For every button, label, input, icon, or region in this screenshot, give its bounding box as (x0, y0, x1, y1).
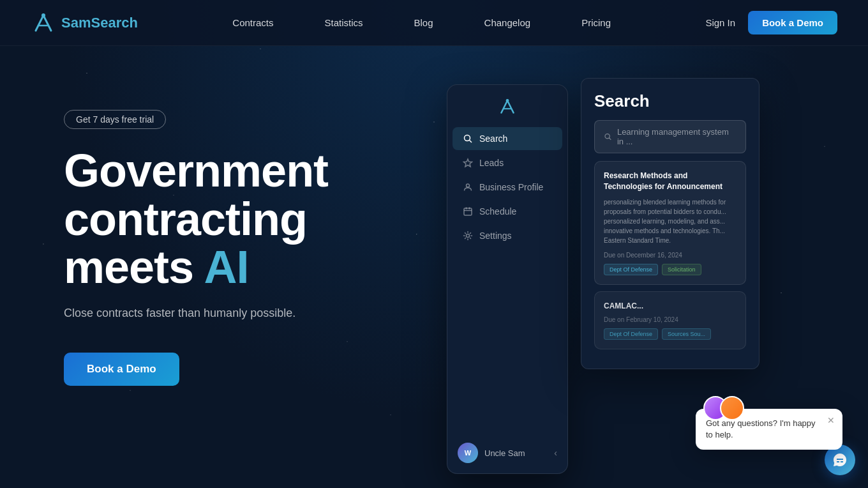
sidebar-item-leads[interactable]: Leads (453, 151, 562, 174)
sidebar-user: W Uncle Sam ‹ (447, 443, 567, 463)
signin-button[interactable]: Sign In (705, 17, 735, 28)
logo-text: SamSearch (61, 15, 138, 31)
nav-item-contracts[interactable]: Contracts (232, 17, 273, 28)
trial-badge: Get 7 days free trial (64, 110, 166, 129)
search-input-bar[interactable]: Learning management system in ... (594, 120, 746, 153)
contract-card-2[interactable]: CAMLAC... Due on February 10, 2024 Dept … (594, 291, 746, 350)
nav-item-blog[interactable]: Blog (414, 17, 433, 28)
nav-item-pricing[interactable]: Pricing (581, 17, 611, 28)
chat-avatar-2 (720, 396, 744, 420)
card-1-due: Due on December 16, 2024 (604, 252, 737, 259)
hero-section: Get 7 days free trial Government contrac… (64, 84, 396, 386)
sidebar-item-business-profile[interactable]: Business Profile (453, 176, 562, 199)
svg-point-10 (467, 234, 470, 238)
main-content: Get 7 days free trial Government contrac… (0, 46, 868, 488)
search-panel-title: Search (594, 91, 746, 111)
svg-point-11 (605, 134, 610, 139)
collapse-icon[interactable]: ‹ (554, 448, 557, 458)
sidebar-mockup: Search Leads Business Profile (447, 84, 568, 474)
sidebar-item-settings[interactable]: Settings (453, 224, 562, 247)
card-2-due: Due on February 10, 2024 (604, 316, 737, 323)
star-icon (463, 158, 473, 168)
navbar: SamSearch Contracts Statistics Blog Chan… (0, 0, 868, 46)
hero-heading: Government contracting meets AI (64, 147, 396, 292)
chat-avatars (703, 396, 737, 420)
svg-point-2 (465, 135, 470, 141)
sidebar-label-settings: Settings (479, 231, 512, 241)
svg-line-3 (470, 141, 472, 143)
card-1-title: Research Methods and Technologies for An… (604, 171, 737, 192)
card-1-tags: Dept Of Defense Solicitation (604, 264, 737, 275)
svg-point-5 (467, 184, 470, 187)
gear-icon (463, 231, 473, 241)
hero-demo-button[interactable]: Book a Demo (64, 353, 179, 386)
tag-sources: Sources Sou... (662, 328, 711, 340)
user-name: Uncle Sam (484, 448, 525, 458)
avatar: W (458, 443, 478, 463)
svg-point-1 (506, 99, 509, 102)
chat-widget: ✕ Got any questions? I'm happy to help. (696, 409, 842, 450)
nav-right: Sign In Book a Demo (705, 11, 837, 34)
sidebar-label-schedule: Schedule (479, 206, 516, 217)
sidebar-logo (447, 85, 567, 126)
card-2-title: CAMLAC... (604, 301, 737, 312)
sidebar-item-schedule[interactable]: Schedule (453, 200, 562, 223)
mockup-area: Search Leads Business Profile (396, 84, 817, 488)
logo[interactable]: SamSearch (31, 10, 138, 36)
nav-item-statistics[interactable]: Statistics (325, 17, 363, 28)
chat-message: Got any questions? I'm happy to help. (706, 418, 832, 441)
search-input-placeholder: Learning management system in ... (617, 127, 737, 146)
logo-icon (31, 10, 56, 36)
svg-line-12 (609, 138, 611, 140)
sidebar-logo-icon (497, 96, 518, 117)
hero-subtext: Close contracts faster than humanly poss… (64, 305, 396, 322)
tag-dept-defense: Dept Of Defense (604, 264, 658, 275)
sidebar-label-business-profile: Business Profile (479, 182, 543, 192)
sidebar-label-search: Search (479, 133, 507, 144)
user-icon (463, 182, 473, 192)
calendar-icon (463, 206, 473, 217)
search-panel: Search Learning management system in ...… (581, 78, 760, 369)
card-1-body: personalizing blended learning methods f… (604, 197, 737, 245)
search-bar-icon (604, 132, 612, 141)
svg-marker-4 (464, 159, 472, 167)
nav-item-changelog[interactable]: Changelog (484, 17, 531, 28)
svg-rect-6 (464, 208, 472, 215)
contract-card-1[interactable]: Research Methods and Technologies for An… (594, 161, 746, 285)
tag-dept-defense-2: Dept Of Defense (604, 328, 658, 340)
sidebar-label-leads: Leads (479, 158, 504, 168)
sidebar-item-search[interactable]: Search (453, 127, 562, 150)
chat-close-button[interactable]: ✕ (827, 415, 835, 425)
card-2-tags: Dept Of Defense Sources Sou... (604, 328, 737, 340)
nav-links: Contracts Statistics Blog Changelog Pric… (232, 17, 611, 29)
svg-point-0 (41, 13, 45, 17)
search-icon (463, 133, 473, 144)
nav-demo-button[interactable]: Book a Demo (748, 11, 837, 34)
tag-solicitation: Solicitation (662, 264, 701, 275)
